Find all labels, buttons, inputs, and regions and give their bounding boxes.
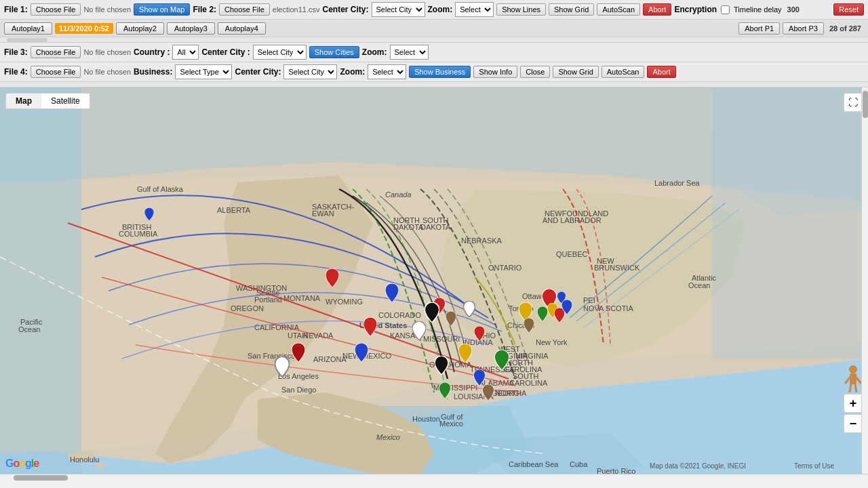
- autoplay-row: Autoplay1 11/3/2020 0:52 Autoplay2 Autop…: [0, 20, 868, 37]
- pin-cluster-4[interactable]: [561, 300, 572, 317]
- autoplay1-btn[interactable]: Autoplay1: [4, 22, 52, 35]
- autoplay4-btn[interactable]: Autoplay4: [218, 22, 266, 35]
- country-select[interactable]: All: [172, 45, 199, 60]
- svg-text:DAKOTA: DAKOTA: [420, 223, 451, 231]
- center-city-select4[interactable]: Select City: [283, 64, 337, 79]
- file1-status: No file chosen: [83, 5, 131, 14]
- abort-p1-btn[interactable]: Abort P1: [738, 22, 780, 35]
- show-info-btn[interactable]: Show Info: [473, 66, 517, 78]
- zoom-select1[interactable]: Select: [455, 2, 494, 17]
- file1-choose-btn[interactable]: Choose File: [31, 3, 81, 16]
- svg-text:WASHINGTON: WASHINGTON: [236, 284, 287, 292]
- pin-brown-1[interactable]: [482, 384, 494, 403]
- svg-text:NEBRASKA: NEBRASKA: [461, 237, 502, 245]
- svg-text:Ocean: Ocean: [18, 325, 40, 333]
- pin-red-2[interactable]: [363, 317, 377, 338]
- count-badge: 28 of 287: [827, 24, 864, 33]
- abort-btn1[interactable]: Abort: [643, 3, 671, 16]
- zoom-label4: Zoom:: [340, 67, 365, 77]
- pin-red-4[interactable]: [474, 326, 485, 343]
- pin-blue-2[interactable]: [355, 343, 368, 364]
- show-business-btn[interactable]: Show Business: [409, 66, 471, 78]
- map-tab-map[interactable]: Map: [6, 94, 41, 108]
- encryption-checkbox[interactable]: [721, 5, 730, 14]
- business-label: Business:: [134, 67, 172, 77]
- map-right-scrollbar[interactable]: [861, 87, 868, 474]
- zoom-select3[interactable]: Select: [390, 45, 429, 60]
- zoom-in-btn[interactable]: +: [844, 394, 863, 413]
- pin-blue-1[interactable]: [385, 283, 399, 304]
- business-type-select[interactable]: Select Type: [175, 64, 232, 79]
- pin-red-1[interactable]: [326, 268, 339, 289]
- svg-text:Canada: Canada: [385, 190, 412, 199]
- row2-scrollbar: [0, 37, 868, 43]
- show-cities-btn[interactable]: Show Cities: [309, 46, 359, 58]
- show-grid-btn1[interactable]: Show Grid: [549, 3, 594, 16]
- autoplay2-btn[interactable]: Autoplay2: [116, 22, 164, 35]
- pegman-icon[interactable]: [844, 365, 862, 392]
- file4-choose-btn[interactable]: Choose File: [31, 66, 81, 78]
- pin-white-1[interactable]: [412, 321, 426, 342]
- scrollbar-thumb-right[interactable]: [863, 91, 868, 118]
- file1-label: File 1:: [4, 5, 28, 14]
- autoplay1-date: 11/3/2020 0:52: [55, 23, 113, 34]
- zoom-label1: Zoom:: [428, 5, 453, 14]
- bottom-scrollbar[interactable]: [0, 474, 868, 481]
- show-on-map-btn[interactable]: Show on Map: [134, 3, 190, 16]
- svg-text:EWAN: EWAN: [312, 209, 334, 218]
- pin-blue-3[interactable]: [144, 207, 154, 223]
- fullscreen-btn[interactable]: ⛶: [844, 93, 863, 112]
- file2-filename: election11.csv: [273, 5, 320, 14]
- file4-status: No file chosen: [83, 68, 131, 76]
- center-city-select1[interactable]: Select City: [372, 2, 425, 17]
- svg-text:CAROLINA: CAROLINA: [504, 365, 542, 373]
- pin-brown-2[interactable]: [446, 311, 456, 328]
- svg-text:Houston: Houston: [412, 415, 440, 423]
- pin-cluster-1[interactable]: [537, 306, 548, 323]
- map-tab-satellite[interactable]: Satellite: [41, 94, 90, 108]
- abort-btn4[interactable]: Abort: [647, 66, 675, 78]
- svg-line-86: [846, 378, 850, 383]
- svg-text:MISSOURI: MISSOURI: [423, 335, 460, 343]
- pin-green-1[interactable]: [494, 350, 509, 372]
- close-btn[interactable]: Close: [520, 66, 550, 78]
- svg-line-88: [850, 384, 851, 392]
- abort-p3-btn[interactable]: Abort P3: [783, 22, 824, 35]
- svg-text:Labrador Sea: Labrador Sea: [654, 179, 701, 187]
- autoplay3-btn[interactable]: Autoplay3: [167, 22, 215, 35]
- autoscan-btn1[interactable]: AutoScan: [597, 3, 640, 16]
- svg-text:OREGON: OREGON: [231, 304, 264, 312]
- pin-brown-3[interactable]: [524, 318, 534, 335]
- svg-text:UTAH: UTAH: [288, 331, 307, 340]
- show-grid-btn4[interactable]: Show Grid: [553, 66, 598, 78]
- pin-green-2[interactable]: [439, 382, 451, 401]
- map-terms[interactable]: Terms of Use: [794, 462, 834, 470]
- bottom-scroll-thumb[interactable]: [14, 475, 68, 481]
- pin-white-3[interactable]: [463, 301, 475, 319]
- pin-red-dark[interactable]: [292, 343, 305, 364]
- zoom-controls: + −: [844, 394, 863, 433]
- zoom-out-btn[interactable]: −: [844, 414, 863, 433]
- svg-text:Mexico: Mexico: [376, 433, 400, 441]
- fullscreen-icon: ⛶: [848, 97, 858, 108]
- svg-text:Mexico: Mexico: [439, 420, 463, 428]
- reset-btn[interactable]: Reset: [833, 3, 864, 16]
- svg-text:Ocean: Ocean: [688, 281, 710, 289]
- scrollbar-thumb[interactable]: [7, 38, 47, 42]
- map-container[interactable]: Canada United States Mexico Gulf of Mexi…: [0, 87, 868, 474]
- file2-choose-btn[interactable]: Choose File: [219, 3, 270, 16]
- zoom-select4[interactable]: Select: [368, 64, 406, 79]
- pin-black-2[interactable]: [435, 356, 448, 377]
- svg-text:DAKOTA: DAKOTA: [393, 223, 424, 231]
- map-tabs: Map Satellite: [5, 93, 90, 109]
- autoscan-btn4[interactable]: AutoScan: [601, 66, 645, 78]
- svg-rect-1: [0, 87, 81, 474]
- show-lines-btn[interactable]: Show Lines: [496, 3, 546, 16]
- pin-black-1[interactable]: [425, 302, 439, 325]
- center-city-label4: Center City:: [235, 67, 281, 77]
- pin-white-2[interactable]: [275, 357, 290, 379]
- pin-yellow-1[interactable]: [458, 344, 472, 365]
- center-city-select3[interactable]: Select City: [253, 45, 307, 60]
- file3-choose-btn[interactable]: Choose File: [31, 46, 81, 58]
- svg-text:Caribbean Sea: Caribbean Sea: [509, 460, 559, 468]
